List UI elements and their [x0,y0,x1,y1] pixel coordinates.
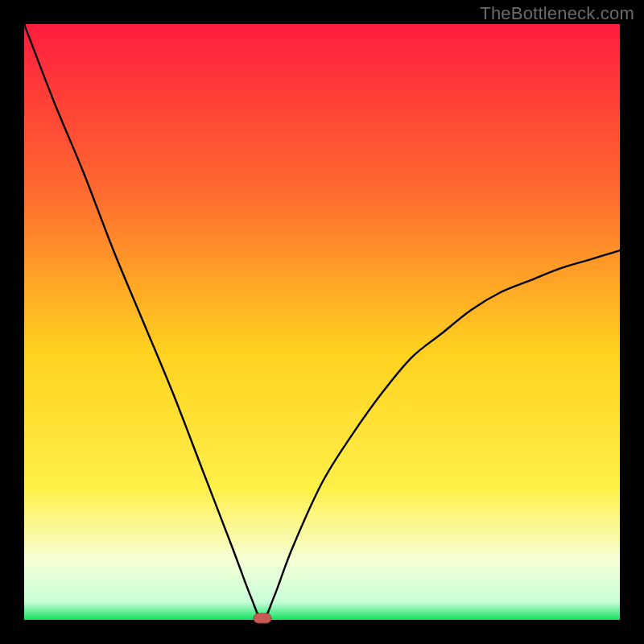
chart-frame: TheBottleneck.com [0,0,644,644]
watermark-text: TheBottleneck.com [480,3,634,24]
optimal-point-marker [254,613,271,623]
plot-background [24,24,620,620]
bottleneck-chart [0,0,644,644]
